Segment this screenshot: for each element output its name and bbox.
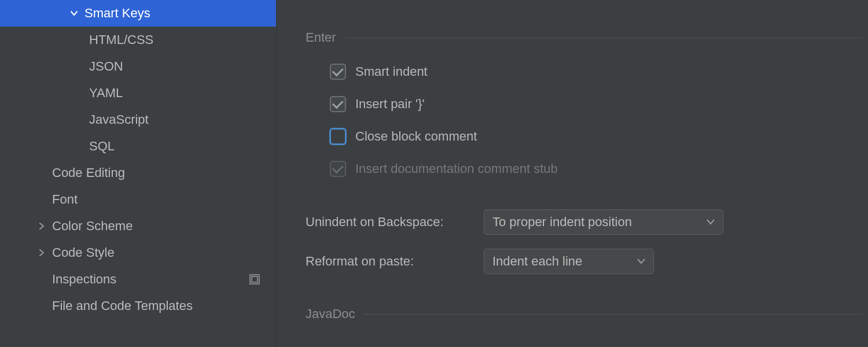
sidebar-item-javascript[interactable]: JavaScript <box>0 106 276 133</box>
sidebar-item-font[interactable]: Font <box>0 186 276 213</box>
section-title: Enter <box>306 30 336 45</box>
sidebar-item-json[interactable]: JSON <box>0 53 276 80</box>
sidebar-item-label: JavaScript <box>89 112 149 127</box>
sidebar-item-label: SQL <box>89 139 115 154</box>
sidebar-item-yaml[interactable]: YAML <box>0 80 276 106</box>
option-close-block-comment[interactable]: Close block comment <box>330 120 868 153</box>
sidebar-item-label: Font <box>52 192 78 207</box>
form-label: Reformat on paste: <box>306 254 484 269</box>
sidebar-item-file-and-code-templates[interactable]: File and Code Templates <box>0 293 276 319</box>
row-reformat-paste: Reformat on paste: Indent each line <box>306 249 868 274</box>
settings-content: Enter Smart indent Insert pair '}' Close… <box>277 0 868 347</box>
divider <box>345 38 863 38</box>
row-unindent-backspace: Unindent on Backspace: To proper indent … <box>306 209 868 235</box>
sidebar-item-smart-keys[interactable]: Smart Keys <box>0 0 276 27</box>
sidebar-item-label: File and Code Templates <box>52 298 193 313</box>
sidebar-item-label: Code Editing <box>52 165 125 180</box>
settings-sidebar: Smart Keys HTML/CSS JSON YAML JavaScript… <box>0 0 277 347</box>
checkbox <box>330 161 346 177</box>
checkbox[interactable] <box>330 128 346 145</box>
section-title: JavaDoc <box>306 307 355 322</box>
option-label: Smart indent <box>355 64 428 79</box>
sidebar-item-sql[interactable]: SQL <box>0 133 276 160</box>
chevron-down-icon <box>637 259 645 264</box>
sidebar-item-color-scheme[interactable]: Color Scheme <box>0 213 276 239</box>
sidebar-item-html-css[interactable]: HTML/CSS <box>0 27 276 53</box>
select-value: Indent each line <box>492 254 582 269</box>
sidebar-item-label: YAML <box>89 86 123 101</box>
sidebar-item-label: Inspections <box>52 272 116 287</box>
section-header-javadoc: JavaDoc <box>306 307 868 322</box>
option-label: Close block comment <box>355 129 477 144</box>
checkbox[interactable] <box>330 64 346 80</box>
sidebar-item-code-style[interactable]: Code Style <box>0 239 276 266</box>
chevron-down-icon <box>707 219 715 225</box>
option-insert-pair-brace[interactable]: Insert pair '}' <box>330 88 868 120</box>
select-reformat-paste[interactable]: Indent each line <box>484 249 654 274</box>
form-label: Unindent on Backspace: <box>306 215 484 230</box>
sidebar-item-label: Code Style <box>52 245 115 260</box>
select-unindent-backspace[interactable]: To proper indent position <box>484 209 723 235</box>
section-body-enter: Smart indent Insert pair '}' Close block… <box>330 56 868 185</box>
option-label: Insert documentation comment stub <box>355 161 558 176</box>
select-value: To proper indent position <box>492 215 632 230</box>
sidebar-item-label: JSON <box>89 59 123 74</box>
sidebar-item-label: Color Scheme <box>52 219 133 234</box>
checkbox[interactable] <box>330 96 346 112</box>
sidebar-item-label: Smart Keys <box>84 6 150 21</box>
chevron-right-icon <box>37 222 46 231</box>
chevron-right-icon <box>37 248 46 257</box>
sidebar-item-code-editing[interactable]: Code Editing <box>0 160 276 186</box>
option-label: Insert pair '}' <box>355 97 425 112</box>
chevron-down-icon <box>69 9 79 18</box>
option-smart-indent[interactable]: Smart indent <box>330 56 868 88</box>
section-header-enter: Enter <box>306 30 868 45</box>
option-insert-doc-comment-stub: Insert documentation comment stub <box>330 153 868 185</box>
project-level-icon <box>249 274 260 285</box>
sidebar-item-inspections[interactable]: Inspections <box>0 266 276 293</box>
divider <box>365 314 863 315</box>
sidebar-item-label: HTML/CSS <box>89 32 153 47</box>
svg-rect-1 <box>252 276 258 282</box>
